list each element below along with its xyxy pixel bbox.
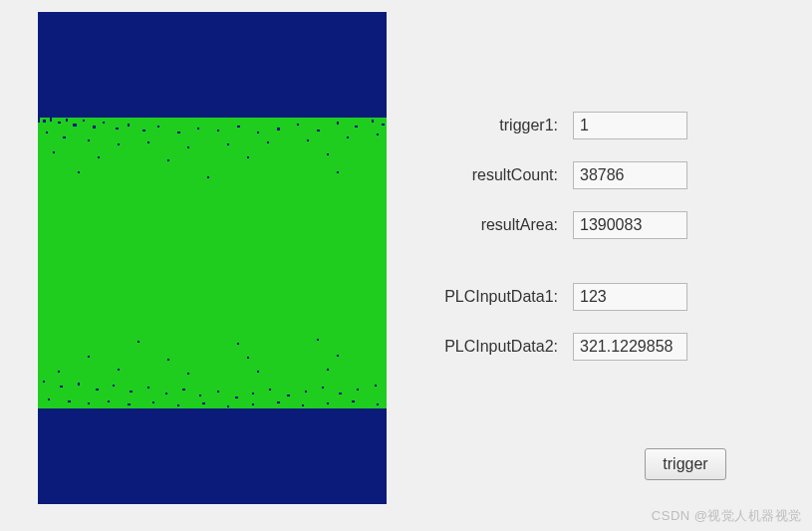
svg-rect-78 xyxy=(327,402,329,404)
svg-rect-66 xyxy=(48,398,50,400)
svg-rect-19 xyxy=(257,132,259,133)
svg-rect-36 xyxy=(347,136,349,138)
svg-rect-28 xyxy=(63,136,66,138)
svg-rect-64 xyxy=(357,389,359,391)
svg-rect-32 xyxy=(187,146,189,148)
svg-rect-70 xyxy=(128,403,131,405)
svg-rect-79 xyxy=(352,400,355,402)
svg-rect-13 xyxy=(142,130,145,132)
svg-rect-6 xyxy=(66,119,68,122)
svg-rect-37 xyxy=(377,133,379,135)
svg-rect-25 xyxy=(372,120,374,123)
svg-rect-9 xyxy=(93,126,96,129)
svg-rect-20 xyxy=(277,128,280,131)
svg-rect-43 xyxy=(78,171,80,173)
svg-rect-48 xyxy=(78,383,80,386)
svg-rect-91 xyxy=(237,343,239,345)
svg-rect-53 xyxy=(165,393,167,395)
svg-rect-2 xyxy=(38,118,40,123)
svg-rect-41 xyxy=(247,156,249,158)
svg-rect-14 xyxy=(157,126,159,128)
svg-rect-38 xyxy=(53,151,55,153)
svg-rect-92 xyxy=(317,339,319,341)
svg-rect-62 xyxy=(322,387,324,389)
svg-rect-52 xyxy=(147,387,149,389)
svg-rect-67 xyxy=(68,400,71,402)
svg-rect-83 xyxy=(187,373,189,375)
svg-rect-72 xyxy=(177,404,179,406)
svg-rect-51 xyxy=(130,391,133,393)
svg-rect-4 xyxy=(50,118,52,122)
svg-rect-85 xyxy=(327,369,329,371)
svg-rect-90 xyxy=(137,341,139,343)
svg-rect-5 xyxy=(58,122,61,124)
svg-rect-44 xyxy=(207,176,209,178)
svg-rect-17 xyxy=(217,130,219,132)
svg-rect-29 xyxy=(88,139,90,141)
svg-rect-42 xyxy=(327,153,329,155)
result-area-label: resultArea: xyxy=(438,216,573,234)
svg-rect-82 xyxy=(118,369,120,371)
svg-rect-69 xyxy=(108,400,110,402)
svg-rect-21 xyxy=(297,124,299,126)
svg-rect-71 xyxy=(152,401,154,403)
plc-input-data2-label: PLCInputData2: xyxy=(438,338,573,356)
svg-rect-24 xyxy=(355,126,358,128)
svg-rect-16 xyxy=(197,128,199,130)
svg-rect-23 xyxy=(337,122,339,125)
svg-rect-56 xyxy=(217,391,219,393)
svg-rect-80 xyxy=(377,403,379,405)
svg-rect-40 xyxy=(167,159,169,161)
svg-rect-81 xyxy=(58,371,60,373)
svg-rect-73 xyxy=(202,402,205,404)
svg-rect-61 xyxy=(305,391,307,393)
svg-rect-35 xyxy=(307,139,309,141)
svg-rect-11 xyxy=(116,128,119,130)
svg-rect-60 xyxy=(287,395,290,397)
svg-rect-86 xyxy=(88,356,90,358)
svg-rect-88 xyxy=(247,357,249,359)
svg-rect-3 xyxy=(43,120,46,123)
svg-rect-55 xyxy=(199,395,201,397)
svg-rect-65 xyxy=(375,385,377,387)
svg-rect-10 xyxy=(103,122,105,124)
result-count-label: resultCount: xyxy=(438,166,573,184)
svg-rect-22 xyxy=(317,130,320,132)
svg-rect-45 xyxy=(337,171,339,173)
svg-rect-84 xyxy=(257,371,259,373)
trigger1-label: trigger1: xyxy=(438,117,573,134)
svg-rect-39 xyxy=(98,156,100,158)
svg-rect-15 xyxy=(177,132,180,133)
svg-rect-77 xyxy=(302,404,304,406)
svg-rect-18 xyxy=(237,126,240,128)
result-count-field[interactable] xyxy=(573,161,687,189)
data-form: trigger1: resultCount: resultArea: PLCIn… xyxy=(438,110,777,381)
svg-rect-33 xyxy=(227,143,229,145)
svg-rect-31 xyxy=(147,141,149,143)
svg-rect-75 xyxy=(252,403,254,405)
svg-rect-76 xyxy=(277,401,280,403)
svg-rect-57 xyxy=(235,397,238,398)
vision-result-image xyxy=(38,12,387,504)
svg-rect-89 xyxy=(337,355,339,357)
trigger1-field[interactable] xyxy=(573,112,687,139)
svg-rect-47 xyxy=(60,386,63,388)
plc-input-data1-field[interactable] xyxy=(573,283,687,311)
svg-rect-46 xyxy=(43,381,45,383)
image-display-panel xyxy=(38,12,387,504)
svg-rect-7 xyxy=(73,124,77,127)
svg-rect-1 xyxy=(38,118,387,408)
watermark-text: CSDN @视觉人机器视觉 xyxy=(652,507,802,525)
plc-input-data2-field[interactable] xyxy=(573,333,687,361)
svg-rect-68 xyxy=(88,402,90,404)
plc-input-data1-label: PLCInputData1: xyxy=(438,288,573,306)
trigger-button[interactable]: trigger xyxy=(645,448,726,480)
svg-rect-87 xyxy=(167,359,169,361)
result-area-field[interactable] xyxy=(573,211,687,239)
svg-rect-26 xyxy=(382,124,385,126)
svg-rect-54 xyxy=(182,389,185,391)
svg-rect-49 xyxy=(96,389,99,391)
svg-rect-59 xyxy=(269,389,271,391)
svg-rect-30 xyxy=(118,143,120,145)
svg-rect-27 xyxy=(46,132,48,133)
